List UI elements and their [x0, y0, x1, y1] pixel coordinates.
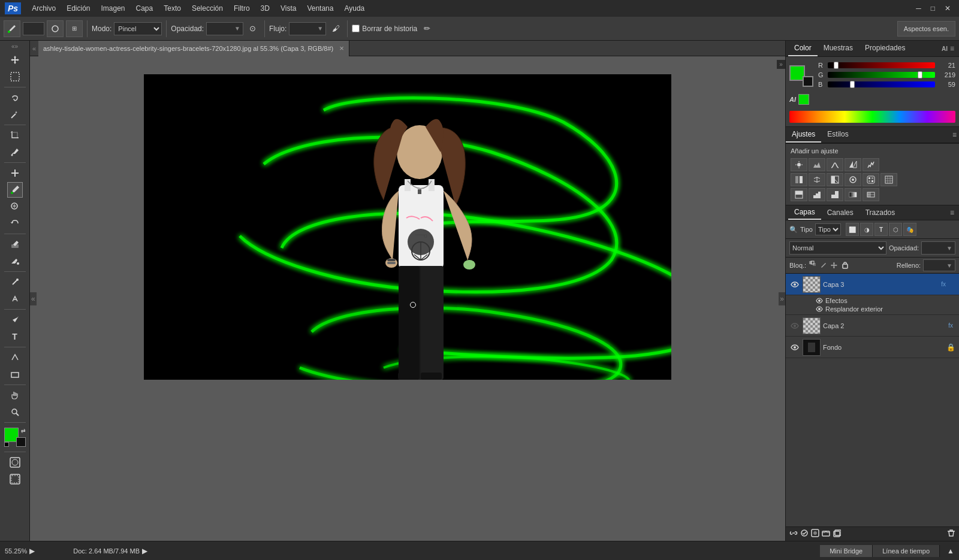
- tab-ajustes[interactable]: Ajustes: [786, 127, 821, 143]
- erase-history-checkbox[interactable]: [352, 25, 360, 32]
- menu-capa[interactable]: Capa: [131, 2, 158, 14]
- zoom-expand[interactable]: ▶: [29, 547, 35, 555]
- erase-icon[interactable]: ✏: [420, 22, 434, 36]
- tab-mini-bridge[interactable]: Mini Bridge: [820, 545, 873, 557]
- menu-ventana[interactable]: Ventana: [302, 2, 338, 14]
- close-btn[interactable]: ✕: [941, 4, 954, 13]
- menu-texto[interactable]: Texto: [159, 2, 186, 14]
- minimize-btn[interactable]: ─: [912, 4, 925, 13]
- color-preview-green[interactable]: [798, 94, 809, 105]
- ajuste-threshold[interactable]: [827, 188, 843, 201]
- b-track[interactable]: [828, 81, 935, 87]
- ajuste-levels[interactable]: [809, 158, 825, 171]
- pen-tool[interactable]: [7, 312, 23, 328]
- ajuste-brightness[interactable]: [791, 158, 807, 171]
- shape-tool[interactable]: [7, 367, 23, 382]
- lock-pixels[interactable]: [809, 261, 817, 270]
- lock-draw[interactable]: [819, 261, 828, 270]
- ajuste-selective-color[interactable]: [863, 188, 879, 201]
- b-handle[interactable]: [850, 81, 855, 88]
- aspects-button[interactable]: Aspectos esen.: [897, 21, 955, 37]
- layer-style-btn[interactable]: [800, 529, 809, 539]
- opacity-arrow[interactable]: ▼: [234, 25, 240, 32]
- tab-trazados[interactable]: Trazados: [860, 206, 901, 219]
- dodge-tool[interactable]: [7, 291, 23, 307]
- menu-filtro[interactable]: Filtro: [229, 2, 255, 14]
- capa2-visibility[interactable]: [789, 320, 800, 331]
- select-tool[interactable]: [7, 69, 23, 84]
- layer-group-btn[interactable]: [822, 529, 830, 539]
- move-tool[interactable]: [7, 52, 23, 68]
- g-handle[interactable]: [918, 71, 922, 78]
- airbrush-icon[interactable]: 🖌: [328, 22, 343, 36]
- menu-imagen[interactable]: Imagen: [96, 2, 130, 14]
- filter-pixel[interactable]: ⬜: [846, 223, 859, 236]
- ajuste-curves[interactable]: [827, 158, 843, 171]
- bottom-expand-icon[interactable]: ▲: [947, 547, 954, 555]
- menu-3d[interactable]: 3D: [256, 2, 275, 14]
- flow-input[interactable]: 100%: [292, 25, 316, 32]
- tab-capas[interactable]: Capas: [788, 205, 821, 220]
- toolbox-collapse[interactable]: «»: [1, 43, 28, 50]
- brush-tool-icon[interactable]: [4, 20, 20, 37]
- canvas-scroll[interactable]: « »: [30, 56, 785, 541]
- canvas-image[interactable]: [144, 74, 671, 380]
- status-expand[interactable]: ▶: [142, 547, 147, 555]
- layer-item-fondo[interactable]: Fondo 🔒: [786, 337, 959, 358]
- opacity-icon[interactable]: ⊙: [246, 22, 260, 36]
- lock-all[interactable]: [841, 261, 849, 270]
- tab-propiedades[interactable]: Propiedades: [859, 41, 911, 56]
- layer-delete-btn[interactable]: [947, 529, 955, 539]
- tab-canales[interactable]: Canales: [821, 206, 860, 219]
- menu-archivo[interactable]: Archivo: [27, 2, 61, 14]
- filter-adjust[interactable]: ◑: [860, 223, 873, 236]
- clone-tool[interactable]: [7, 199, 23, 214]
- r-handle[interactable]: [834, 62, 839, 69]
- filter-shape[interactable]: ⬡: [889, 223, 902, 236]
- quick-mask-on[interactable]: [7, 471, 23, 487]
- color-spectrum[interactable]: [789, 111, 955, 123]
- swap-colors[interactable]: ⇄: [21, 428, 26, 434]
- canvas-collapse-left[interactable]: «: [30, 292, 37, 305]
- capas-panel-menu[interactable]: ≡: [950, 208, 954, 217]
- layer-list[interactable]: Capa 3 fx Efectos Resplandor exterior: [786, 274, 959, 526]
- bg-color-swatch[interactable]: [803, 76, 813, 87]
- brush-tool[interactable]: [7, 182, 23, 198]
- zoom-tool[interactable]: [7, 404, 23, 420]
- filter-type-select[interactable]: Tipo: [815, 223, 841, 235]
- right-panel-collapse[interactable]: »: [777, 60, 785, 69]
- heal-tool[interactable]: [7, 165, 23, 181]
- menu-vista[interactable]: Vista: [276, 2, 301, 14]
- layer-link-btn[interactable]: [789, 529, 798, 539]
- tab-scroll-left[interactable]: «: [30, 45, 38, 52]
- fill-val[interactable]: 100%: [926, 262, 945, 269]
- paint-bucket-tool[interactable]: [7, 253, 23, 269]
- quick-mask-off[interactable]: [7, 455, 23, 470]
- tab-close-icon[interactable]: ×: [339, 44, 344, 53]
- ajuste-invert[interactable]: [791, 188, 807, 201]
- blend-mode-select[interactable]: Normal: [789, 241, 886, 255]
- magic-wand-tool[interactable]: [7, 107, 23, 122]
- tab-estilos[interactable]: Estilos: [821, 127, 854, 143]
- lock-move[interactable]: [830, 261, 839, 270]
- document-tab[interactable]: ashley-tisdale-women-actress-celebrity-s…: [38, 41, 349, 56]
- toggle-panels-btn[interactable]: ⊞: [66, 20, 83, 37]
- menu-edicion[interactable]: Edición: [62, 2, 95, 14]
- brush-shape-btn[interactable]: [47, 20, 64, 37]
- menu-ayuda[interactable]: Ayuda: [339, 2, 369, 14]
- brush-size-input[interactable]: 30: [23, 25, 44, 32]
- blur-tool[interactable]: [7, 274, 23, 290]
- background-color[interactable]: [16, 437, 26, 447]
- g-track[interactable]: [828, 72, 935, 78]
- ajuste-bw[interactable]: [827, 173, 843, 186]
- tab-muestras[interactable]: Muestras: [818, 41, 859, 56]
- mode-select[interactable]: Pincel: [114, 22, 162, 35]
- history-brush-tool[interactable]: [7, 216, 23, 231]
- opacity-input[interactable]: 100%: [209, 25, 233, 32]
- layer-item-capa3[interactable]: Capa 3 fx: [786, 274, 959, 295]
- layer-item-capa2[interactable]: Capa 2 fx: [786, 315, 959, 337]
- fill-arrow[interactable]: ▼: [946, 262, 952, 269]
- color-panel-menu[interactable]: ≡: [950, 44, 954, 53]
- layer-new-btn[interactable]: [833, 529, 841, 539]
- path-select-tool[interactable]: [7, 350, 23, 365]
